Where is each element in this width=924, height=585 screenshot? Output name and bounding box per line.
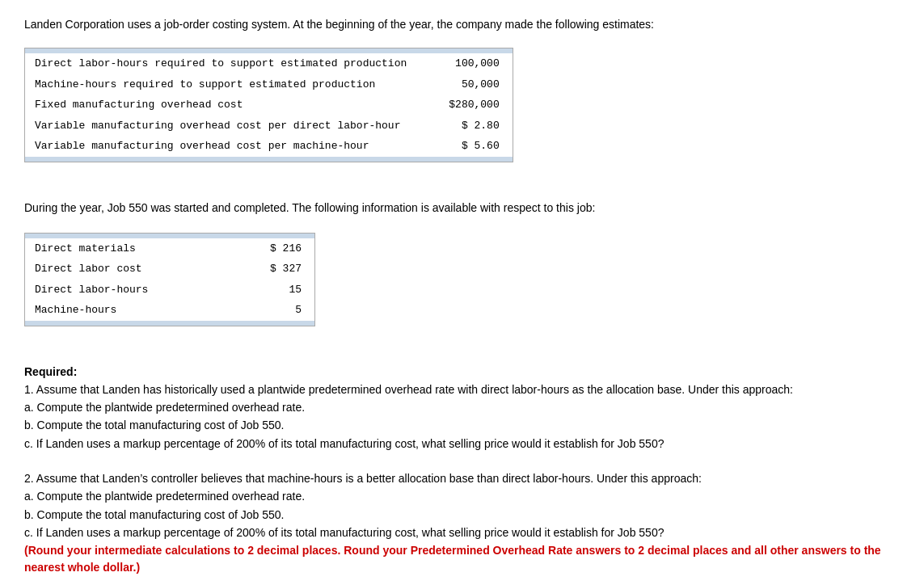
required-label: Required: xyxy=(24,365,77,378)
table-cell-label: Direct labor cost xyxy=(25,259,240,280)
table-cell-value: 50,000 xyxy=(439,74,512,95)
required-item-3: c. If Landen uses a markup percentage of… xyxy=(24,437,664,450)
table-cell-value: $ 216 xyxy=(240,238,314,259)
table-row: Variable manufacturing overhead cost per… xyxy=(25,136,513,157)
required-item-5: 2. Assume that Landen’s controller belie… xyxy=(24,472,702,485)
required-item-1: a. Compute the plantwide predetermined o… xyxy=(24,401,305,414)
table-cell-label: Direct materials xyxy=(25,238,240,259)
table-cell-label: Variable manufacturing overhead cost per… xyxy=(25,136,439,157)
required-item-0: 1. Assume that Landen has historically u… xyxy=(24,383,793,396)
table-cell-value: $ 5.60 xyxy=(439,136,512,157)
table-cell-label: Variable manufacturing overhead cost per… xyxy=(25,116,439,137)
table-row: Direct labor cost$ 327 xyxy=(25,259,314,280)
job-intro-text: During the year, Job 550 was started and… xyxy=(24,200,900,217)
table-cell-label: Direct labor-hours xyxy=(25,280,240,301)
table-cell-value: 15 xyxy=(240,280,314,301)
required-item-8: c. If Landen uses a markup percentage of… xyxy=(24,526,664,539)
table-row: Variable manufacturing overhead cost per… xyxy=(25,116,513,137)
table-cell-value: $ 2.80 xyxy=(439,116,512,137)
table-row: Machine-hours5 xyxy=(25,300,314,321)
table-cell-label: Direct labor-hours required to support e… xyxy=(25,53,439,74)
table-cell-label: Machine-hours xyxy=(25,300,240,321)
section-divider-1: During the year, Job 550 was started and… xyxy=(24,200,900,217)
required-section: Required: 1. Assume that Landen has hist… xyxy=(24,364,900,576)
required-text-block: Required: 1. Assume that Landen has hist… xyxy=(24,364,900,576)
table-cell-value: $280,000 xyxy=(439,95,512,116)
estimates-table-footer xyxy=(25,157,513,162)
estimates-table: Direct labor-hours required to support e… xyxy=(25,53,513,157)
intro-text: Landen Corporation uses a job-order cost… xyxy=(24,16,900,33)
table-cell-label: Machine-hours required to support estima… xyxy=(25,74,439,95)
table-cell-value: $ 327 xyxy=(240,259,314,280)
table-row: Direct materials$ 216 xyxy=(25,238,314,259)
required-item-2: b. Compute the total manufacturing cost … xyxy=(24,419,284,431)
highlight-text: (Round your intermediate calculations to… xyxy=(24,544,881,574)
table-row: Direct labor-hours15 xyxy=(25,280,314,301)
job-table-container: Direct materials$ 216Direct labor cost$ … xyxy=(24,233,315,326)
required-item-7: b. Compute the total manufacturing cost … xyxy=(24,508,284,521)
table-cell-value: 100,000 xyxy=(439,53,512,74)
job-table: Direct materials$ 216Direct labor cost$ … xyxy=(25,238,314,321)
table-row: Fixed manufacturing overhead cost$280,00… xyxy=(25,95,513,116)
job-table-footer xyxy=(25,321,314,326)
estimates-table-container: Direct labor-hours required to support e… xyxy=(24,48,513,162)
required-item-6: a. Compute the plantwide predetermined o… xyxy=(24,490,305,503)
table-cell-value: 5 xyxy=(240,300,314,321)
table-row: Direct labor-hours required to support e… xyxy=(25,53,513,74)
table-cell-label: Fixed manufacturing overhead cost xyxy=(25,95,439,116)
table-row: Machine-hours required to support estima… xyxy=(25,74,513,95)
